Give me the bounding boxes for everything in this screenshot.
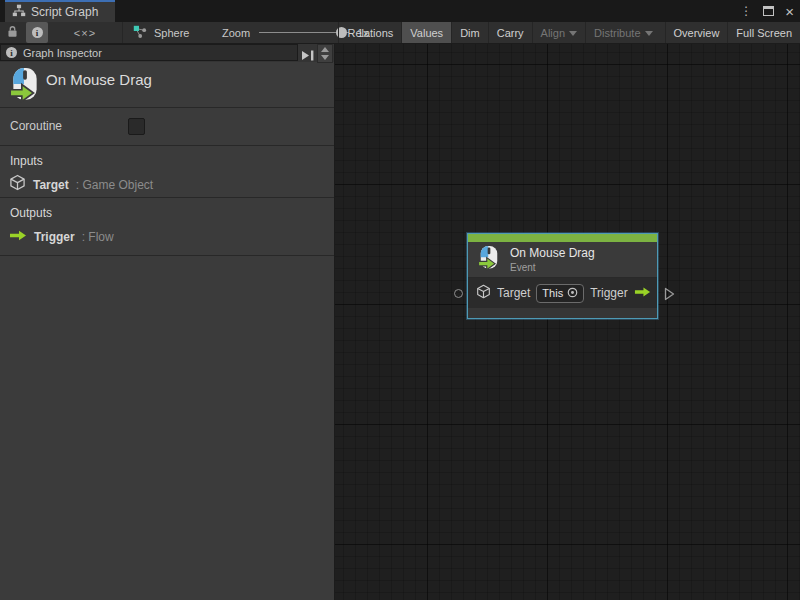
node-header: On Mouse Drag Event [468,242,657,278]
cube-icon [476,284,491,303]
graph-breadcrumb[interactable]: Sphere [133,22,189,43]
section-divider [0,255,334,256]
flow-arrow-icon[interactable] [634,284,651,302]
output-port-type: : Flow [82,230,114,244]
mouse-drag-icon [477,245,501,275]
flow-output-port[interactable] [664,287,675,305]
toolbar-separator [122,22,123,43]
carry-button[interactable]: Carry [488,22,532,43]
inspector-title: Graph Inspector [23,47,102,59]
tab-bar: Script Graph ⋮ × [0,0,800,22]
chevron-down-icon [569,31,577,36]
info-icon: i [32,27,43,38]
machine-icon [133,25,147,41]
scroll-down-icon[interactable] [321,55,329,60]
unit-title: On Mouse Drag [46,71,152,88]
inspector-toggle-button[interactable]: i [26,22,48,43]
zoom-slider[interactable] [259,22,349,43]
overview-button[interactable]: Overview [665,22,728,43]
panel-scroll-spinner[interactable] [317,44,333,63]
coroutine-checkbox[interactable] [128,118,145,135]
node-ports-row: Target This Trigger [468,278,657,308]
relations-button[interactable]: Relations [338,22,401,43]
lock-button[interactable] [2,22,22,43]
event-input-port[interactable] [454,289,463,298]
lock-icon [7,24,18,42]
input-port-name: Target [33,178,69,192]
inputs-header: Inputs [10,154,43,168]
target-value: This [542,287,563,299]
dock-panel-icon[interactable] [301,47,314,58]
graph-inspector-panel: i Graph Inspector [0,44,335,600]
info-icon: i [6,47,17,58]
input-port-row: Target : Game Object [9,174,153,195]
inputs-section: Inputs Target : Game Object [0,146,334,197]
node-trigger-label: Trigger [590,286,628,300]
node-target-label: Target [497,286,530,300]
inspector-title-box: i Graph Inspector [0,44,298,61]
breadcrumb-label: Sphere [154,27,189,39]
unit-header: On Mouse Drag [0,62,334,107]
window-close-icon[interactable]: × [785,4,794,19]
input-port-type: : Game Object [76,178,153,192]
target-value-chip[interactable]: This [536,284,584,303]
graph-icon [12,3,26,21]
node-footer [468,308,657,318]
graph-canvas[interactable]: On Mouse Drag Event Target This [335,44,800,600]
node-titles: On Mouse Drag Event [510,246,595,273]
scroll-up-icon[interactable] [321,47,329,52]
window-menu-icon[interactable]: ⋮ [740,5,752,17]
cube-icon [9,174,26,195]
chevron-down-icon [645,31,653,36]
node-on-mouse-drag[interactable]: On Mouse Drag Event Target This [467,233,658,319]
full-screen-button[interactable]: Full Screen [727,22,800,43]
script-graph-window: Script Graph ⋮ × i <×> [0,0,800,600]
values-button[interactable]: Values [401,22,451,43]
code-icon: <×> [74,27,96,39]
coroutine-label: Coroutine [10,119,62,133]
object-picker-icon[interactable] [567,284,578,302]
code-preview-button[interactable]: <×> [62,22,108,43]
node-selection-bar [468,234,657,242]
inspector-header: i Graph Inspector [0,44,334,62]
graph-toolbar: i <×> Sphere Zoom 1x [0,22,800,44]
tab-label: Script Graph [31,5,98,19]
mouse-drag-icon [8,67,42,107]
node-subtitle: Event [510,262,595,273]
outputs-header: Outputs [10,206,52,220]
flow-arrow-icon [9,228,27,246]
coroutine-row: Coroutine [0,108,334,145]
window-maximize-icon[interactable] [763,6,774,16]
distribute-dropdown-button[interactable]: Distribute [585,22,660,43]
zoom-label: Zoom [222,27,250,39]
window-controls: ⋮ × [740,0,794,22]
dim-button[interactable]: Dim [451,22,488,43]
main-area: i Graph Inspector [0,44,800,600]
toolbar-right-group: Relations Values Dim Carry Align Distrib… [338,22,800,43]
node-title: On Mouse Drag [510,246,595,260]
output-port-row: Trigger : Flow [9,228,114,246]
tab-script-graph[interactable]: Script Graph [5,0,115,22]
outputs-section: Outputs Trigger : Flow [0,198,334,255]
align-dropdown-button[interactable]: Align [532,22,585,43]
output-port-name: Trigger [34,230,75,244]
